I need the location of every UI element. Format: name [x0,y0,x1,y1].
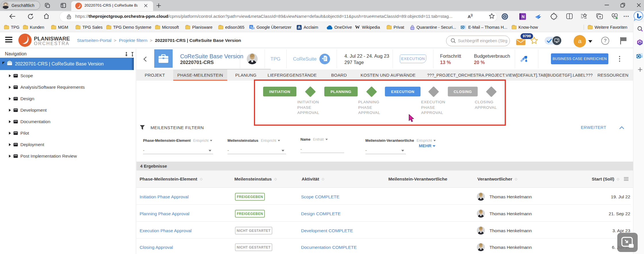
svg-text:N: N [522,14,525,19]
svg-text:文: 文 [252,27,254,29]
